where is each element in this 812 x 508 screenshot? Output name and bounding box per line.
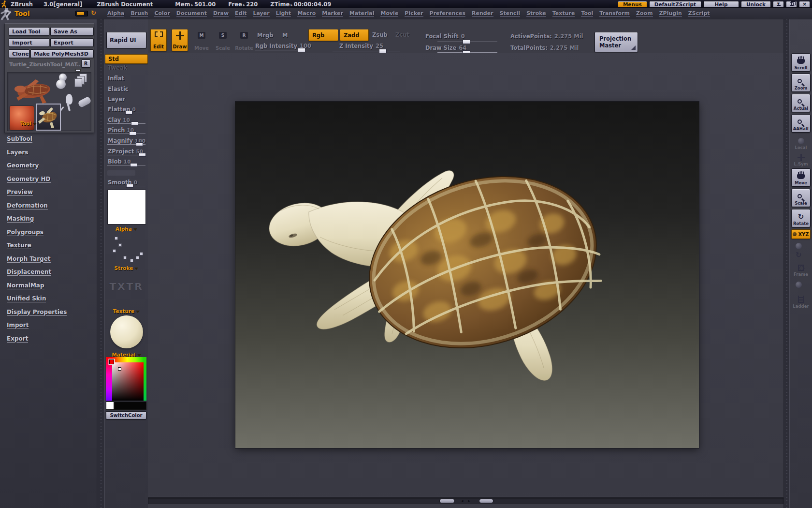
slider-handle[interactable]	[126, 184, 133, 188]
brush-std-button[interactable]: Std	[105, 54, 148, 64]
draw-size-slider[interactable]	[437, 48, 497, 53]
scroll-button[interactable]: Scroll	[791, 53, 811, 72]
palette-reload-icon[interactable]: ↻	[91, 9, 96, 16]
menu-zplugin[interactable]: ZPlugin	[659, 10, 682, 17]
menu-zscript[interactable]: ZScript	[688, 10, 710, 17]
export-button[interactable]: Export	[50, 38, 94, 47]
zadd-button[interactable]: Zadd	[340, 29, 369, 41]
mrgb-button[interactable]: Mrgb	[257, 32, 274, 39]
projection-master-button[interactable]: Projection Master	[594, 32, 638, 52]
sidebar-item-masking[interactable]: Masking	[7, 215, 34, 223]
menu-marker[interactable]: Marker	[322, 10, 343, 17]
clone-button[interactable]: Clone	[9, 49, 29, 58]
slider-handle[interactable]	[298, 48, 305, 52]
rapid-ui-button[interactable]: Rapid UI	[106, 32, 146, 48]
color-picker[interactable]	[106, 357, 146, 401]
flatten-slider[interactable]	[107, 109, 145, 113]
hue-cursor[interactable]	[109, 359, 114, 364]
help-button[interactable]: Help	[703, 1, 739, 8]
unlock-button[interactable]: Unlock	[741, 1, 771, 8]
menu-document[interactable]: Document	[176, 10, 207, 17]
restore-config-button[interactable]: R	[81, 60, 90, 68]
turtle-tool-thumbnail-selected[interactable]	[36, 104, 61, 131]
spheres-icon[interactable]	[55, 74, 72, 90]
hue-strip-top[interactable]	[112, 357, 144, 362]
close-button[interactable]: ×	[799, 1, 810, 8]
menu-stroke[interactable]: Stroke	[526, 10, 546, 17]
slider-handle[interactable]	[131, 121, 138, 125]
sv-cursor[interactable]	[118, 367, 121, 371]
sidebar-item-geometry-hd[interactable]: Geometry HD	[7, 176, 51, 183]
sidebar-item-deformation[interactable]: Deformation	[7, 202, 48, 209]
sidebar-item-displacement[interactable]: Displacement	[7, 269, 51, 276]
sidebar-item-texture[interactable]: Texture	[7, 242, 31, 249]
zoom-button[interactable]: Zoom	[791, 74, 811, 92]
brush-layer-button[interactable]: Layer	[108, 96, 148, 103]
slider-handle[interactable]	[139, 153, 146, 157]
zbrush-document[interactable]	[235, 102, 699, 448]
rotate-canvas-button[interactable]: Rotate	[791, 209, 811, 227]
rgb-button[interactable]: Rgb	[308, 29, 338, 41]
sidebar-item-layers[interactable]: Layers	[7, 149, 28, 156]
cube-stack-icon[interactable]	[74, 74, 91, 90]
draw-button[interactable]: Draw	[172, 29, 188, 51]
frame-button[interactable]: Frame	[791, 261, 811, 278]
slider-handle[interactable]	[379, 49, 387, 53]
slider-handle[interactable]	[136, 142, 143, 146]
menu-movie[interactable]: Movie	[380, 10, 398, 17]
local-button[interactable]: Local	[791, 135, 811, 151]
smooth-slider[interactable]	[107, 182, 145, 186]
clay-slider[interactable]	[107, 120, 145, 124]
minimize-button[interactable]: ▼	[773, 1, 784, 8]
aahalf-button[interactable]: AAHalf	[791, 114, 811, 133]
zsub-button[interactable]: Zsub	[372, 31, 388, 38]
tray-divider-left[interactable]	[97, 19, 105, 508]
menu-material[interactable]: Material	[349, 10, 374, 17]
switch-color-button[interactable]: SwitchColor	[106, 411, 146, 419]
edit-button[interactable]: Edit	[150, 29, 167, 51]
hue-strip-right[interactable]	[144, 357, 146, 401]
record-icon[interactable]	[796, 282, 802, 288]
z-intensity-slider[interactable]	[333, 47, 400, 51]
sidebar-item-polygroups[interactable]: Polygroups	[7, 229, 44, 236]
sidebar-item-display-properties[interactable]: Display Properties	[7, 309, 67, 316]
menu-picker[interactable]: Picker	[405, 10, 423, 17]
stroke-picker-label[interactable]: Stroke	[105, 265, 148, 271]
menus-button[interactable]: Menus	[618, 1, 647, 8]
sidebar-item-export[interactable]: Export	[7, 335, 28, 343]
xyz-button[interactable]: XYZ	[791, 229, 811, 239]
sidebar-item-import[interactable]: Import	[7, 322, 29, 329]
sidebar-item-unified-skin[interactable]: Unified Skin	[7, 295, 46, 302]
menu-transform[interactable]: Transform	[599, 10, 630, 17]
stroke-thumbnail[interactable]	[109, 234, 145, 263]
menu-color[interactable]: Color	[154, 10, 170, 17]
secondary-color-swatch[interactable]	[106, 402, 114, 410]
menu-edit[interactable]: Edit	[235, 10, 246, 17]
slider-handle[interactable]	[129, 132, 136, 135]
lsym-button[interactable]: L.Sym	[791, 152, 811, 167]
ladder-button[interactable]: Ladder	[791, 293, 811, 310]
canvas-area[interactable]	[148, 53, 783, 496]
active-tool-thumbnail[interactable]	[9, 75, 57, 105]
sidebar-item-normalmap[interactable]: NormalMap	[7, 282, 44, 289]
thumbnail-size-slider[interactable]	[75, 69, 81, 72]
actual-button[interactable]: Actual	[791, 94, 811, 112]
menu-draw[interactable]: Draw	[213, 10, 229, 17]
zproject-slider[interactable]	[107, 151, 145, 155]
sidebar-item-preview[interactable]: Preview	[7, 189, 33, 196]
pinch-slider[interactable]	[107, 130, 145, 134]
rotate-button[interactable]: R Rotate	[236, 30, 252, 52]
menu-stencil[interactable]: Stencil	[500, 10, 521, 17]
menu-macro[interactable]: Macro	[297, 10, 316, 17]
sidebar-item-subtool[interactable]: SubTool	[7, 135, 32, 143]
scale-canvas-button[interactable]: Scale	[791, 189, 811, 207]
slider-handle[interactable]	[463, 40, 470, 44]
scrollbar-arrows-icon[interactable]: ◂▸	[461, 498, 475, 503]
sphere-tool-thumbnail[interactable]	[9, 105, 34, 131]
sidebar-item-geometry[interactable]: Geometry	[7, 162, 39, 169]
move-button[interactable]: M Move	[193, 30, 210, 52]
blob-slider[interactable]	[107, 162, 145, 165]
scale-button[interactable]: S Scale	[215, 30, 231, 52]
menu-zoom[interactable]: Zoom	[636, 10, 653, 17]
menu-light[interactable]: Light	[276, 10, 291, 17]
